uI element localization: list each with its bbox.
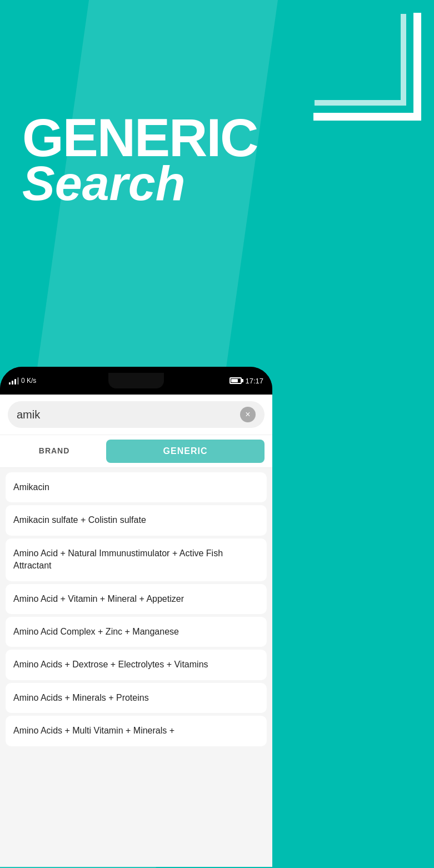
list-item[interactable]: Amino Acids + Dextrose + Electrolytes + … [6,650,267,680]
list-item[interactable]: Amikacin [6,472,267,502]
battery-icon [230,377,242,384]
hero-section: GENERIC Search [22,111,257,208]
phone-mockup: 0 K/s 17:17 amik × BRAND GENERIC Amikaci… [0,367,272,867]
list-item[interactable]: Amino Acids + Minerals + Proteins [6,683,267,713]
list-item[interactable]: Amino Acid + Vitamin + Mineral + Appetiz… [6,584,267,614]
search-input[interactable]: amik [17,408,236,421]
status-time: 17:17 [245,377,263,385]
tab-bar: BRAND GENERIC [0,435,272,468]
results-list: AmikacinAmikacin sulfate + Colistin sulf… [0,468,272,867]
search-input-wrapper[interactable]: amik × [8,401,265,428]
status-signal: 0 K/s [9,377,36,385]
tab-brand[interactable]: BRAND [8,440,101,463]
search-bar: amik × [0,395,272,435]
list-item[interactable]: Amino Acid Complex + Zinc + Manganese [6,617,267,647]
list-item[interactable]: Amino Acids + Multi Vitamin + Minerals + [6,716,267,746]
list-item[interactable]: Amikacin sulfate + Colistin sulfate [6,505,267,535]
corner-bracket-icon [312,11,423,122]
status-bar: 0 K/s 17:17 [0,367,272,395]
clear-search-button[interactable]: × [240,407,256,422]
tab-generic[interactable]: GENERIC [106,440,265,463]
notch [108,373,164,388]
list-item[interactable]: Amino Acid + Natural Immunustimulator + … [6,538,267,581]
status-time-battery: 17:17 [230,377,263,385]
signal-bars-icon [9,377,19,385]
signal-text: 0 K/s [21,377,36,385]
app-content: amik × BRAND GENERIC AmikacinAmikacin su… [0,395,272,867]
